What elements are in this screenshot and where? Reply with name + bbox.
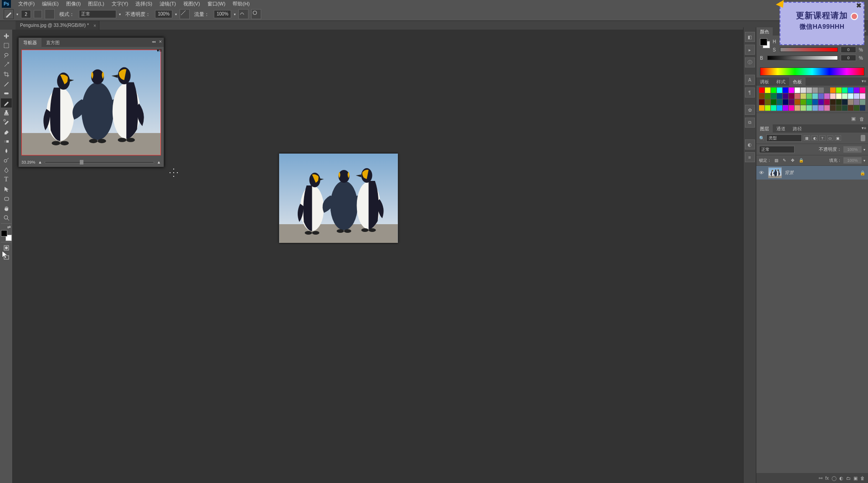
- swatch[interactable]: [795, 87, 800, 93]
- swatch[interactable]: [795, 99, 800, 105]
- swatch[interactable]: [789, 93, 794, 99]
- layer-name[interactable]: 背景: [785, 170, 857, 176]
- document-canvas[interactable]: [279, 154, 398, 243]
- swatch[interactable]: [765, 99, 770, 105]
- swatch[interactable]: [765, 87, 770, 93]
- menu-layer[interactable]: 图层(L): [84, 0, 108, 7]
- zoom-out-icon[interactable]: ▲: [38, 160, 42, 164]
- zoom-tool[interactable]: [1, 213, 12, 222]
- brush-preset-picker[interactable]: [34, 10, 42, 18]
- swatch[interactable]: [777, 99, 782, 105]
- layer-lock-icon[interactable]: 🔒: [860, 170, 865, 175]
- navigator-proxy[interactable]: [21, 50, 161, 155]
- filter-pixel-icon[interactable]: ▦: [804, 135, 810, 141]
- swatch[interactable]: [830, 99, 836, 105]
- layer-fx-icon[interactable]: fx: [825, 476, 829, 481]
- tool-dropdown-icon[interactable]: ▾: [16, 12, 18, 16]
- swatch[interactable]: [860, 105, 865, 111]
- swatch[interactable]: [759, 93, 765, 99]
- type-tool[interactable]: T: [1, 175, 12, 184]
- blend-mode-layer-select[interactable]: 正常: [759, 146, 795, 153]
- swatch[interactable]: [806, 87, 812, 93]
- menu-type[interactable]: 文字(Y): [108, 0, 132, 7]
- brush-size-input[interactable]: 2: [21, 10, 31, 18]
- color-swatches[interactable]: [1, 230, 12, 241]
- adjustment-layer-icon[interactable]: ◐: [839, 476, 843, 481]
- panel-close-icon[interactable]: ×: [159, 39, 162, 44]
- swatch[interactable]: [759, 87, 765, 93]
- shape-tool[interactable]: [1, 194, 12, 203]
- lock-transparency-icon[interactable]: ▨: [773, 158, 780, 163]
- zoom-in-icon[interactable]: ▲: [157, 160, 161, 164]
- swatch[interactable]: [801, 99, 806, 105]
- swatch[interactable]: [836, 105, 842, 111]
- color-tab[interactable]: 颜色: [756, 27, 773, 36]
- swatch[interactable]: [806, 93, 812, 99]
- swatches-grid[interactable]: [756, 86, 868, 113]
- layer-kind-select[interactable]: 类型: [766, 134, 802, 142]
- layer-opacity-input[interactable]: 100%: [843, 146, 862, 153]
- swatch[interactable]: [765, 105, 770, 111]
- swatch[interactable]: [842, 105, 847, 111]
- swatch[interactable]: [830, 105, 836, 111]
- swatch[interactable]: [759, 105, 765, 111]
- link-layers-icon[interactable]: ⚯: [819, 476, 822, 481]
- airbrush-button[interactable]: [238, 9, 248, 19]
- swatch[interactable]: [836, 93, 842, 99]
- menu-view[interactable]: 视图(V): [180, 0, 204, 7]
- delete-layer-icon[interactable]: 🗑: [860, 476, 865, 481]
- adjustments-tab[interactable]: 调板: [756, 77, 773, 86]
- swatches-panel-menu-icon[interactable]: ▾≡: [862, 79, 866, 83]
- new-swatch-icon[interactable]: ▣: [851, 116, 856, 122]
- swatch[interactable]: [818, 99, 824, 105]
- navigator-tab[interactable]: 导航器: [19, 38, 41, 47]
- menu-help[interactable]: 帮助(H): [229, 0, 253, 7]
- swatch[interactable]: [824, 99, 830, 105]
- fill-arrow-icon[interactable]: ▾: [863, 159, 865, 163]
- opacity-dropdown-icon[interactable]: ▾: [175, 12, 177, 16]
- brush-panel-toggle[interactable]: [45, 9, 55, 19]
- panel-collapse-icon[interactable]: ◂◂: [152, 40, 155, 44]
- swatch[interactable]: [789, 87, 794, 93]
- dock-icon-info[interactable]: ⓘ: [745, 57, 755, 67]
- swatch[interactable]: [777, 93, 782, 99]
- histogram-tab[interactable]: 直方图: [41, 38, 64, 47]
- pressure-size-button[interactable]: [251, 9, 261, 19]
- layer-background[interactable]: 👁 背景 🔒: [756, 166, 868, 180]
- swatch[interactable]: [824, 87, 830, 93]
- swatch[interactable]: [848, 93, 853, 99]
- swatch[interactable]: [848, 87, 853, 93]
- bri-slider[interactable]: [767, 56, 838, 60]
- swatch[interactable]: [860, 93, 865, 99]
- bri-input[interactable]: 0: [841, 55, 856, 61]
- fill-input[interactable]: 100%: [843, 157, 862, 164]
- sat-input[interactable]: 0: [841, 46, 856, 53]
- history-brush-tool[interactable]: [1, 118, 12, 127]
- swatch[interactable]: [812, 99, 818, 105]
- swatch[interactable]: [830, 93, 836, 99]
- move-tool[interactable]: [1, 31, 12, 41]
- pen-tool[interactable]: [1, 165, 12, 175]
- foreground-color[interactable]: [1, 230, 7, 236]
- lasso-tool[interactable]: [1, 51, 12, 60]
- navigator-zoom-value[interactable]: 33.29%: [21, 160, 36, 164]
- swatch[interactable]: [806, 99, 812, 105]
- filter-shape-icon[interactable]: ▭: [827, 135, 833, 141]
- menu-window[interactable]: 窗口(W): [204, 0, 229, 7]
- swatch[interactable]: [777, 105, 782, 111]
- swatch[interactable]: [842, 99, 847, 105]
- layer-thumbnail[interactable]: [768, 167, 782, 178]
- layer-filter-icon[interactable]: 🔍: [759, 136, 765, 141]
- swatch[interactable]: [783, 105, 788, 111]
- swatch[interactable]: [783, 87, 788, 93]
- navigator-panel[interactable]: 导航器 直方图 ◂◂ × ▾≡ 33.29% ▲ ▲: [18, 37, 164, 167]
- panel-menu-icon[interactable]: ▾≡: [157, 48, 162, 53]
- swatch[interactable]: [848, 99, 853, 105]
- flow-dropdown-icon[interactable]: ▾: [234, 12, 236, 16]
- delete-swatch-icon[interactable]: 🗑: [859, 116, 864, 122]
- swatch[interactable]: [830, 87, 836, 93]
- swatch[interactable]: [759, 99, 765, 105]
- swatch[interactable]: [801, 105, 806, 111]
- swatch[interactable]: [836, 87, 842, 93]
- path-select-tool[interactable]: [1, 185, 12, 194]
